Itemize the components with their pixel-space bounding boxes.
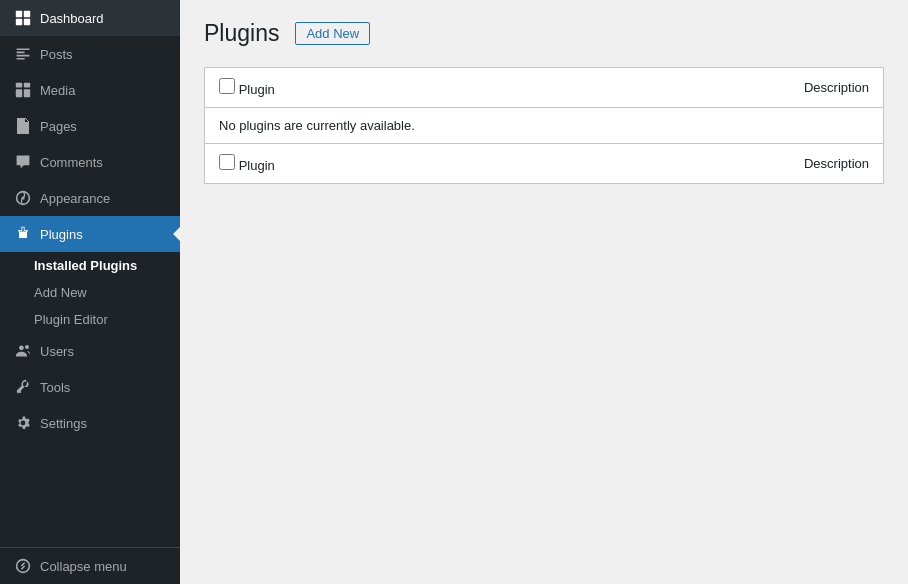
add-new-button[interactable]: Add New [295, 22, 370, 45]
empty-message: No plugins are currently available. [205, 108, 884, 144]
svg-rect-3 [24, 19, 30, 25]
users-icon [14, 342, 32, 360]
sidebar-item-label: Posts [40, 47, 166, 62]
main-content: Plugins Add New Plugin Description No pl… [180, 0, 908, 584]
collapse-icon [14, 557, 32, 575]
footer-col-plugin: Plugin [205, 144, 527, 184]
svg-point-9 [21, 196, 24, 199]
table-row-empty: No plugins are currently available. [205, 108, 884, 144]
svg-rect-1 [24, 11, 30, 17]
sidebar-item-plugins[interactable]: Plugins [0, 216, 180, 252]
sidebar-item-label: Dashboard [40, 11, 166, 26]
appearance-icon [14, 189, 32, 207]
table-footer-row: Plugin Description [205, 144, 884, 184]
tools-icon [14, 378, 32, 396]
svg-rect-7 [24, 89, 30, 97]
page-header: Plugins Add New [204, 20, 884, 47]
sidebar-item-users[interactable]: Users [0, 333, 180, 369]
sidebar-item-label: Plugins [40, 227, 166, 242]
sidebar-item-label: Pages [40, 119, 166, 134]
sidebar-item-label: Appearance [40, 191, 166, 206]
svg-point-12 [17, 560, 30, 573]
plugins-icon [14, 225, 32, 243]
sidebar-subitem-plugin-editor[interactable]: Plugin Editor [0, 306, 180, 333]
sidebar-item-appearance[interactable]: Appearance [0, 180, 180, 216]
sidebar-item-label: Comments [40, 155, 166, 170]
sidebar-item-settings[interactable]: Settings [0, 405, 180, 441]
column-header-plugin: Plugin [205, 68, 527, 108]
svg-rect-4 [16, 83, 22, 88]
sidebar-item-media[interactable]: Media [0, 72, 180, 108]
sidebar-item-label: Settings [40, 416, 166, 431]
pages-icon [14, 117, 32, 135]
sidebar: Dashboard Posts Media Pages [0, 0, 180, 584]
sidebar-item-pages[interactable]: Pages [0, 108, 180, 144]
svg-point-11 [25, 345, 29, 349]
svg-rect-2 [16, 19, 22, 25]
column-header-description: Description [526, 68, 883, 108]
sidebar-item-label: Users [40, 344, 166, 359]
svg-rect-6 [16, 89, 22, 97]
sidebar-item-label: Tools [40, 380, 166, 395]
table-header-row: Plugin Description [205, 68, 884, 108]
sidebar-item-collapse[interactable]: Collapse menu [0, 547, 180, 584]
comments-icon [14, 153, 32, 171]
sidebar-item-tools[interactable]: Tools [0, 369, 180, 405]
sidebar-item-posts[interactable]: Posts [0, 36, 180, 72]
sidebar-subitem-installed-plugins[interactable]: Installed Plugins [0, 252, 180, 279]
sidebar-item-dashboard[interactable]: Dashboard [0, 0, 180, 36]
sidebar-item-comments[interactable]: Comments [0, 144, 180, 180]
settings-icon [14, 414, 32, 432]
svg-point-10 [19, 345, 24, 350]
select-all-checkbox[interactable] [219, 78, 235, 94]
svg-rect-5 [24, 83, 30, 88]
plugins-submenu: Installed Plugins Add New Plugin Editor [0, 252, 180, 333]
posts-icon [14, 45, 32, 63]
sidebar-subitem-add-new[interactable]: Add New [0, 279, 180, 306]
collapse-label: Collapse menu [40, 559, 166, 574]
svg-rect-0 [16, 11, 22, 17]
plugins-table: Plugin Description No plugins are curren… [204, 67, 884, 184]
sidebar-item-label: Media [40, 83, 166, 98]
page-title: Plugins [204, 20, 279, 47]
select-all-footer-checkbox[interactable] [219, 154, 235, 170]
footer-col-description: Description [526, 144, 883, 184]
media-icon [14, 81, 32, 99]
dashboard-icon [14, 9, 32, 27]
